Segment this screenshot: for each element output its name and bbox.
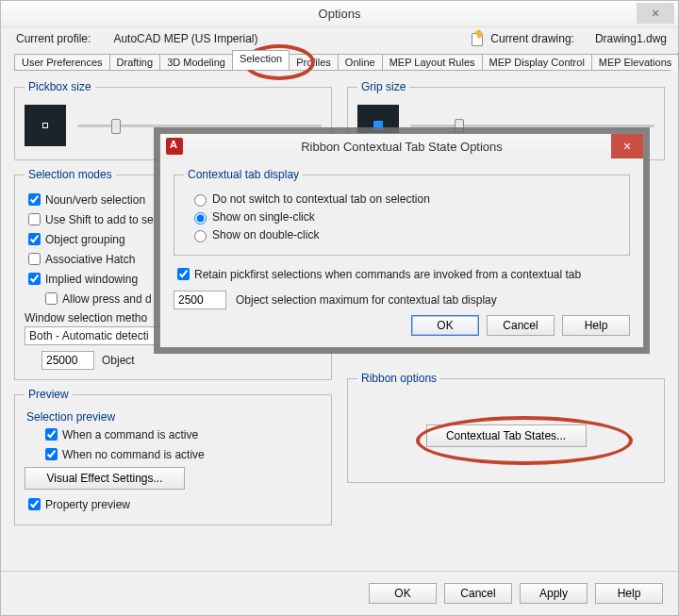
dialog-cancel-button[interactable]: Cancel [487, 315, 555, 336]
titlebar: Options × [1, 1, 678, 27]
preview-group: Preview Selection preview When a command… [14, 388, 332, 525]
preview-legend: Preview [25, 388, 73, 401]
ribbon-options-group: Ribbon options Contextual Tab States... [347, 372, 665, 483]
footer-buttons: OK Cancel Apply Help [1, 571, 678, 615]
pickbox-legend: Pickbox size [25, 80, 95, 93]
selection-preview-label: Selection preview [26, 410, 322, 424]
window-selection-combo[interactable]: Both - Automatic detecti [25, 326, 166, 345]
ctx-display-legend: Contextual tab display [184, 168, 303, 181]
dialog-close-icon[interactable]: × [611, 134, 643, 158]
apply-button[interactable]: Apply [520, 583, 588, 604]
visual-effect-settings-button[interactable]: Visual Effect Settings... [25, 467, 185, 490]
selection-max-input[interactable] [41, 351, 94, 370]
contextual-tab-dialog: Ribbon Contextual Tab State Options × Co… [159, 133, 644, 348]
tab-mep-elevations[interactable]: MEP Elevations [591, 54, 679, 70]
tab-drafting[interactable]: Drafting [109, 54, 161, 70]
radio-double-click[interactable]: Show on double-click [190, 227, 620, 242]
cmd-active-checkbox[interactable]: When a command is active [41, 425, 322, 443]
cancel-button[interactable]: Cancel [444, 583, 512, 604]
grip-legend: Grip size [357, 80, 409, 93]
window-title: Options [319, 7, 361, 21]
property-preview-checkbox[interactable]: Property preview [25, 495, 322, 513]
ok-button[interactable]: OK [369, 583, 437, 604]
selmodes-legend: Selection modes [25, 168, 116, 181]
dialog-help-button[interactable]: Help [562, 315, 630, 336]
grip-slider[interactable] [410, 116, 654, 135]
object-selection-max-input[interactable] [174, 291, 226, 309]
tab-selection[interactable]: Selection [232, 50, 290, 70]
ribbon-legend: Ribbon options [357, 372, 440, 385]
tab-mep-layout-rules[interactable]: MEP Layout Rules [382, 54, 483, 70]
tab-profiles[interactable]: Profiles [289, 54, 339, 70]
options-window: Options × Current profile: AutoCAD MEP (… [0, 0, 679, 616]
cmd-inactive-checkbox[interactable]: When no command is active [41, 445, 322, 463]
tab-online[interactable]: Online [338, 54, 383, 70]
dialog-title: Ribbon Contextual Tab State Options [301, 140, 503, 154]
radio-do-not-switch[interactable]: Do not switch to contextual tab on selec… [190, 191, 620, 207]
tab-user-preferences[interactable]: User Preferences [14, 54, 110, 70]
profile-row: Current profile: AutoCAD MEP (US Imperia… [1, 27, 678, 46]
selection-max-label: Object [102, 354, 135, 367]
pickbox-slider[interactable] [77, 116, 322, 135]
drawing-value: Drawing1.dwg [595, 32, 667, 45]
radio-single-click[interactable]: Show on single-click [190, 209, 620, 225]
retain-pickfirst-checkbox[interactable]: Retain pickfirst selections when command… [174, 265, 630, 283]
tab-3d-modeling[interactable]: 3D Modeling [159, 54, 233, 70]
profile-label: Current profile: [16, 32, 91, 45]
contextual-tab-display-group: Contextual tab display Do not switch to … [174, 168, 630, 256]
contextual-tab-states-button[interactable]: Contextual Tab States... [426, 425, 587, 447]
dialog-titlebar: Ribbon Contextual Tab State Options × [160, 134, 643, 158]
object-selection-max-label: Object selection maximum for contextual … [236, 293, 497, 307]
close-icon[interactable]: × [637, 3, 674, 24]
profile-value: AutoCAD MEP (US Imperial) [113, 32, 257, 45]
help-button[interactable]: Help [595, 583, 663, 604]
dialog-ok-button[interactable]: OK [411, 315, 479, 336]
pickbox-preview [25, 105, 66, 146]
app-icon [166, 138, 183, 155]
tabstrip: User Preferences Drafting 3D Modeling Se… [14, 50, 671, 71]
tab-mep-display-control[interactable]: MEP Display Control [482, 54, 592, 70]
drawing-icon [470, 31, 485, 46]
drawing-label: Current drawing: [490, 32, 574, 45]
